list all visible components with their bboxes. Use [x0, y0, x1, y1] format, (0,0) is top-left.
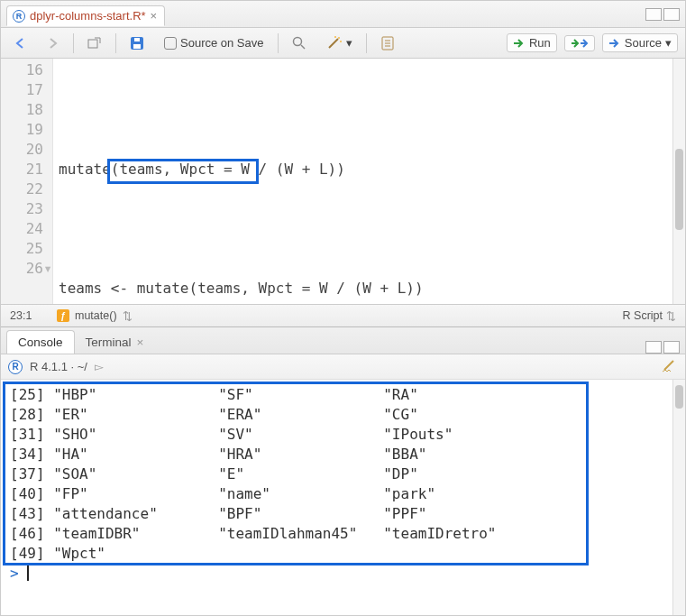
source-on-save-toggle[interactable]: Source on Save: [158, 33, 270, 52]
scope-crumb[interactable]: ƒ mutate() ⇅: [57, 309, 133, 323]
close-icon[interactable]: ×: [151, 9, 158, 23]
code-line[interactable]: [59, 100, 685, 120]
svg-line-5: [301, 45, 305, 49]
arrow-right-icon: [47, 37, 59, 50]
maximize-pane-icon[interactable]: [663, 8, 680, 21]
svg-rect-3: [134, 38, 140, 41]
fold-chevron-icon[interactable]: ▾: [43, 259, 52, 279]
search-icon: [292, 36, 306, 51]
wand-icon: [326, 36, 343, 51]
svg-rect-0: [88, 40, 97, 48]
file-type-selector[interactable]: R Script ⇅: [623, 309, 676, 323]
console-row: [46] "teamIDBR" "teamIDlahman45" "teamID…: [10, 524, 676, 544]
run-button[interactable]: Run: [507, 33, 557, 52]
scrollbar-thumb[interactable]: [675, 385, 683, 409]
rerun-button[interactable]: [564, 35, 595, 51]
console-row: [31] "SHO" "SV" "IPouts": [10, 425, 676, 445]
source-label: Source: [625, 36, 662, 50]
close-icon[interactable]: ×: [137, 336, 144, 349]
code-editor[interactable]: 16 17 18 19 20 21 22 23 24 25 26▾ mutate…: [1, 59, 685, 304]
scope-crumb-label: mutate(): [75, 309, 117, 322]
source-pane: R dplyr-columns-start.R* × Source on Sav…: [1, 1, 685, 327]
console-output[interactable]: [25] "HBP" "SF" "RA" [28] "ER" "ERA" "CG…: [1, 380, 685, 616]
run-arrow-icon: [513, 38, 526, 49]
r-logo-icon: R: [8, 360, 23, 374]
chevron-down-icon: ▾: [346, 36, 352, 50]
clear-console-button[interactable]: [662, 358, 678, 375]
source-statusbar: 23:1 ƒ mutate() ⇅ R Script ⇅: [1, 304, 685, 326]
svg-rect-2: [133, 44, 141, 49]
svg-point-9: [334, 36, 336, 38]
source-tabbar: R dplyr-columns-start.R* ×: [1, 1, 685, 28]
source-on-save-label: Source on Save: [180, 36, 264, 50]
console-subheader: R R 4.1.1 · ~/ ▻: [1, 354, 685, 380]
console-row: [34] "HA" "HRA" "BBA": [10, 445, 676, 464]
tab-console-label: Console: [18, 336, 63, 349]
file-tab[interactable]: R dplyr-columns-start.R* ×: [6, 5, 165, 26]
console-row: [37] "SOA" "E" "DP": [10, 464, 676, 484]
minimize-pane-icon[interactable]: [645, 341, 662, 354]
function-icon: ƒ: [57, 309, 69, 322]
tab-console[interactable]: Console: [6, 330, 75, 354]
file-type-label: R Script: [623, 309, 663, 322]
console-scrollbar[interactable]: [672, 380, 685, 616]
source-button[interactable]: Source ▾: [602, 33, 678, 52]
code-line[interactable]: teams <- mutate(teams, Wpct = W / (W + L…: [59, 279, 685, 299]
pane-window-controls[interactable]: [645, 341, 680, 354]
pane-window-controls[interactable]: [645, 8, 680, 21]
code-area[interactable]: mutate(teams, Wpct = W / (W + L)) teams …: [53, 59, 685, 304]
broom-icon: [662, 358, 678, 372]
console-tabbar: Console Terminal×: [1, 327, 685, 354]
minimize-pane-icon[interactable]: [645, 8, 662, 21]
rerun-icon: [571, 38, 589, 49]
console-row: [28] "ER" "ERA" "CG": [10, 405, 676, 425]
source-arrow-icon: [608, 38, 621, 49]
console-row: [43] "attendance" "BPF" "PPF": [10, 504, 676, 524]
forward-button[interactable]: [41, 34, 66, 52]
source-toolbar: Source on Save ▾ Run Source ▾: [1, 28, 685, 59]
code-line[interactable]: mutate(teams, Wpct = W / (W + L)): [59, 160, 685, 179]
notebook-icon: [380, 36, 395, 51]
console-row: [40] "FP" "name" "park": [10, 484, 676, 504]
file-tab-label: dplyr-columns-start.R*: [30, 9, 146, 23]
compile-report-button[interactable]: [374, 33, 401, 53]
console-prompt-line[interactable]: >: [10, 564, 676, 584]
line-gutter: 16 17 18 19 20 21 22 23 24 25 26▾: [1, 59, 53, 304]
console-row: [25] "HBP" "SF" "RA": [10, 385, 676, 405]
back-button[interactable]: [8, 34, 33, 52]
find-button[interactable]: [286, 33, 313, 53]
svg-line-6: [329, 39, 338, 48]
save-button[interactable]: [123, 33, 151, 53]
console-row: [49] "Wpct": [10, 544, 676, 564]
code-line[interactable]: [59, 219, 685, 239]
run-label: Run: [529, 36, 551, 50]
editor-scrollbar[interactable]: [672, 59, 685, 304]
checkbox-icon: [164, 37, 177, 50]
console-pane: Console Terminal× R R 4.1.1 · ~/ ▻ [25] …: [1, 327, 685, 616]
scrollbar-thumb[interactable]: [675, 149, 683, 230]
svg-point-4: [293, 37, 301, 45]
sort-icon: ⇅: [666, 309, 676, 323]
svg-point-7: [338, 37, 340, 39]
sort-icon: ⇅: [123, 309, 133, 323]
chevron-right-icon[interactable]: ▻: [95, 360, 104, 373]
popout-icon: [87, 37, 102, 50]
svg-point-8: [340, 41, 342, 42]
tab-terminal[interactable]: Terminal×: [74, 330, 156, 354]
save-icon: [130, 36, 144, 51]
maximize-pane-icon[interactable]: [663, 341, 680, 354]
r-version-label: R 4.1.1 · ~/: [30, 360, 87, 373]
show-in-new-window-button[interactable]: [81, 34, 108, 52]
code-tools-button[interactable]: ▾: [320, 33, 359, 53]
tab-terminal-label: Terminal: [86, 336, 132, 349]
arrow-left-icon: [14, 37, 27, 50]
cursor-position: 23:1: [10, 309, 57, 322]
chevron-down-icon: ▾: [665, 36, 672, 50]
r-file-icon: R: [13, 10, 25, 23]
